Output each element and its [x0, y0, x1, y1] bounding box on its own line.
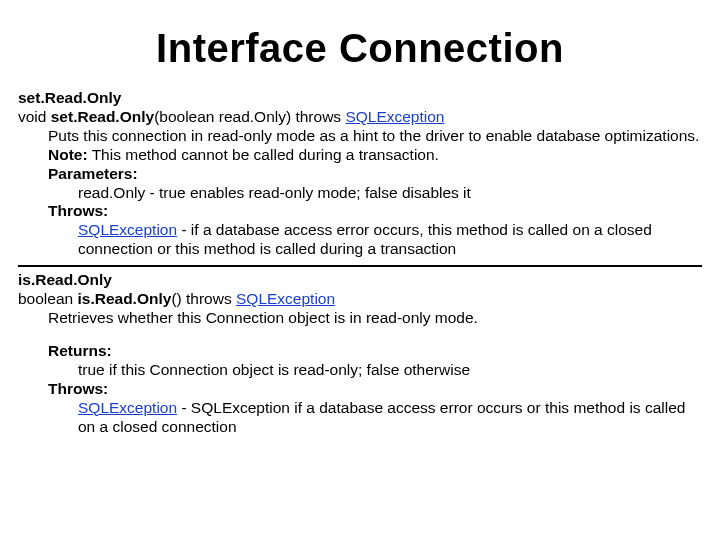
throws-label: Throws: [48, 380, 702, 399]
note-text: This method cannot be called during a tr… [88, 146, 439, 163]
page-title: Interface Connection [18, 26, 702, 71]
sqlexception-link[interactable]: SQLException [345, 108, 444, 125]
method2-name: is.Read.Only [18, 271, 702, 290]
note-label: Note: [48, 146, 88, 163]
spacer [18, 328, 702, 342]
parameters-label: Parameters: [48, 165, 702, 184]
sig-method: is.Read.Only [77, 290, 171, 307]
sqlexception-link[interactable]: SQLException [236, 290, 335, 307]
divider [18, 265, 702, 267]
method1-description: Puts this connection in read-only mode a… [48, 127, 702, 165]
method1-signature: void set.Read.Only(boolean read.Only) th… [18, 108, 702, 127]
throws-label: Throws: [48, 202, 702, 221]
sig-prefix: void [18, 108, 51, 125]
sig-mid: () throws [171, 290, 236, 307]
sig-method: set.Read.Only [51, 108, 154, 125]
throws-body: SQLException - if a database access erro… [78, 221, 702, 259]
slide: Interface Connection set.Read.Only void … [0, 0, 720, 540]
parameters-text: read.Only - true enables read-only mode;… [78, 184, 702, 203]
sig-prefix: boolean [18, 290, 77, 307]
desc-text: Puts this connection in read-only mode a… [48, 127, 699, 144]
method2-signature: boolean is.Read.Only() throws SQLExcepti… [18, 290, 702, 309]
sig-mid: (boolean read.Only) throws [154, 108, 345, 125]
slide-body: set.Read.Only void set.Read.Only(boolean… [18, 89, 702, 436]
sqlexception-link[interactable]: SQLException [78, 399, 177, 416]
throws-body: SQLException - SQLException if a databas… [78, 399, 702, 437]
returns-text: true if this Connection object is read-o… [78, 361, 702, 380]
method1-name: set.Read.Only [18, 89, 702, 108]
returns-label: Returns: [48, 342, 702, 361]
sqlexception-link[interactable]: SQLException [78, 221, 177, 238]
method2-description: Retrieves whether this Connection object… [48, 309, 702, 328]
